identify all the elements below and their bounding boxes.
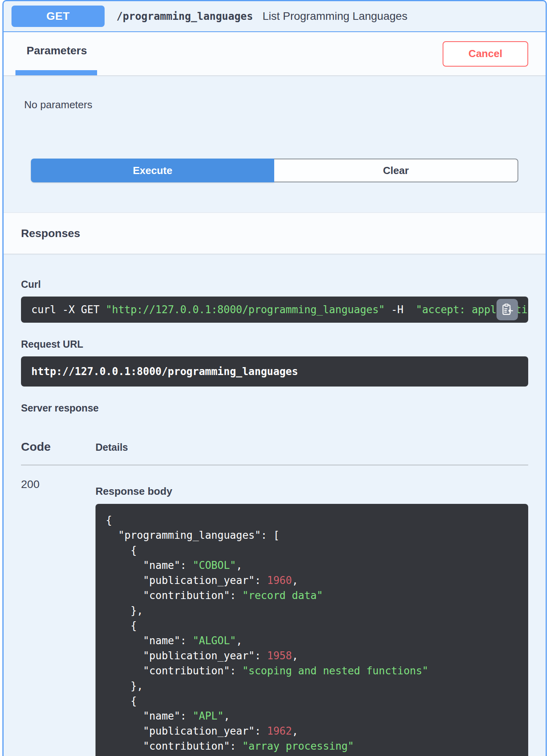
server-response-label: Server response bbox=[21, 402, 528, 414]
curl-label: Curl bbox=[21, 279, 528, 290]
clipboard-copy-icon bbox=[500, 303, 514, 316]
active-tab-indicator bbox=[15, 70, 97, 75]
server-response-table: Code Details 200 Response body { "progra… bbox=[21, 430, 528, 756]
cancel-button[interactable]: Cancel bbox=[443, 41, 528, 67]
no-parameters-text: No parameters bbox=[24, 99, 528, 111]
method-badge: GET bbox=[11, 6, 105, 27]
operation-block-get: GET /programming_languages List Programm… bbox=[2, 0, 547, 756]
execute-button[interactable]: Execute bbox=[31, 159, 274, 182]
responses-header: Responses bbox=[4, 212, 546, 254]
parameters-body: No parameters Execute Clear bbox=[4, 76, 546, 212]
code-column-header: Code bbox=[21, 440, 95, 454]
copy-curl-button[interactable] bbox=[497, 299, 518, 320]
operation-summary[interactable]: GET /programming_languages List Programm… bbox=[4, 1, 546, 32]
execute-wrapper: Execute Clear bbox=[21, 159, 528, 182]
status-code: 200 bbox=[21, 478, 95, 756]
responses-title: Responses bbox=[21, 227, 80, 240]
request-url-text: http://127.0.0.1:8000/programming_langua… bbox=[31, 366, 298, 377]
operation-description: List Programming Languages bbox=[262, 10, 407, 23]
response-body-block: { "programming_languages": [ { "name": "… bbox=[95, 504, 528, 756]
curl-command-text: curl -X GET "http://127.0.0.1:8000/progr… bbox=[31, 304, 528, 316]
parameters-header: Parameters Cancel bbox=[4, 32, 546, 76]
responses-body: Curl curl -X GET "http://127.0.0.1:8000/… bbox=[4, 254, 546, 756]
request-url-label: Request URL bbox=[21, 339, 528, 350]
response-body-label: Response body bbox=[95, 485, 528, 498]
response-table-header: Code Details bbox=[21, 430, 528, 465]
response-row-200: 200 Response body { "programming_languag… bbox=[21, 465, 528, 756]
response-body-code: { "programming_languages": [ { "name": "… bbox=[106, 513, 518, 756]
curl-command-block: curl -X GET "http://127.0.0.1:8000/progr… bbox=[21, 297, 528, 323]
request-url-block: http://127.0.0.1:8000/programming_langua… bbox=[21, 356, 528, 387]
details-column-header: Details bbox=[95, 442, 128, 453]
parameters-title: Parameters bbox=[27, 44, 87, 57]
clear-button[interactable]: Clear bbox=[274, 159, 518, 182]
operation-path: /programming_languages bbox=[116, 10, 253, 22]
